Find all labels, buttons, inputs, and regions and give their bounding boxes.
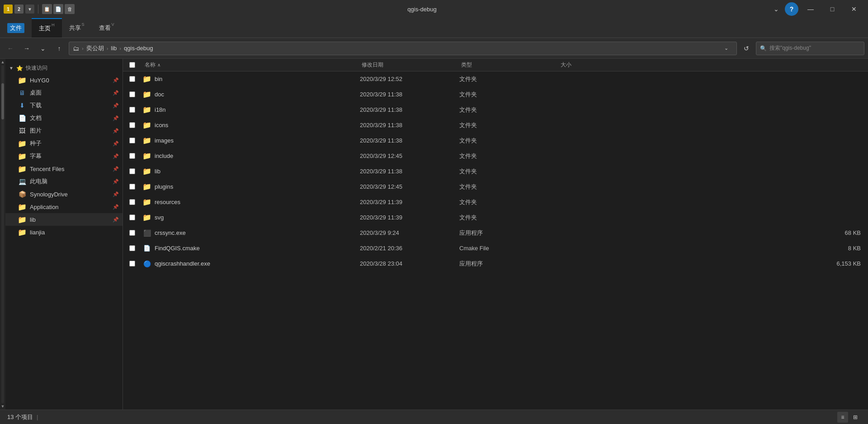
sidebar-item-pictures[interactable]: 🖼 图片 📌	[5, 124, 123, 137]
col-size-header[interactable]: 大小	[557, 59, 868, 71]
folder-icon: 📁	[142, 91, 151, 99]
row-checkbox[interactable]	[123, 245, 141, 251]
table-row[interactable]: 📁 bin 2020/3/29 12:52 文件夹	[123, 71, 868, 87]
sidebar-item-label: lianjia	[30, 229, 45, 236]
pin-icon: 📌	[113, 128, 119, 134]
col-date-header[interactable]: 修改日期	[358, 59, 458, 71]
file-icon: 📁	[143, 121, 151, 129]
file-name-cell: 📁 plugins	[141, 183, 358, 191]
file-size: 6,153 KB	[557, 260, 868, 267]
search-icon: 🔍	[760, 45, 767, 52]
file-name-cell: 📁 doc	[141, 91, 358, 99]
row-checkbox[interactable]	[123, 261, 141, 267]
row-checkbox[interactable]	[123, 153, 141, 159]
recent-button[interactable]: ⌄	[36, 42, 50, 55]
status-separator: |	[37, 414, 38, 420]
table-row[interactable]: 📁 svg 2020/3/29 11:39 文件夹	[123, 210, 868, 225]
row-checkbox[interactable]	[123, 138, 141, 143]
item-count: 13 个项目	[7, 413, 33, 421]
section-icon: ⭐	[16, 65, 23, 71]
sidebar-item-label: SynologyDrive	[30, 191, 68, 198]
table-row[interactable]: ⬛ crssync.exe 2020/3/29 9:24 应用程序 68 KB	[123, 225, 868, 241]
table-row[interactable]: 🔵 qgiscrashhandler.exe 2020/3/28 23:04 应…	[123, 256, 868, 272]
refresh-button[interactable]: ↺	[740, 42, 753, 55]
chevron-down-btn[interactable]: ⌄	[769, 2, 783, 16]
main-area: ▲ ▼ ▼ ⭐ 快速访问 📁 HuYG0 📌 🖥 桌面 📌	[0, 59, 868, 410]
up-button[interactable]: ↑	[52, 42, 66, 55]
tab-file[interactable]: 文件	[0, 18, 32, 38]
folder-icon: 📁	[142, 106, 151, 114]
row-checkbox[interactable]	[123, 107, 141, 113]
table-row[interactable]: 📁 include 2020/3/29 12:45 文件夹	[123, 148, 868, 164]
sidebar-item-application[interactable]: 📁 Application 📌	[5, 200, 123, 213]
file-icon: 📁	[143, 137, 151, 145]
sidebar-item-download[interactable]: ⬇ 下载 📌	[5, 99, 123, 112]
col-type-header[interactable]: 类型	[458, 59, 557, 71]
tab-home[interactable]: 主页 H	[32, 18, 62, 38]
pin-icon: 📌	[113, 217, 119, 223]
sidebar-item-seeds[interactable]: 📁 种子 📌	[5, 137, 123, 150]
help-btn[interactable]: ?	[785, 2, 798, 16]
file-type: 应用程序	[458, 229, 557, 237]
row-checkbox[interactable]	[123, 230, 141, 236]
close-button[interactable]: ✕	[844, 2, 864, 16]
back-button[interactable]: ←	[4, 42, 17, 55]
row-checkbox[interactable]	[123, 122, 141, 128]
sidebar-item-huyg0[interactable]: 📁 HuYG0 📌	[5, 74, 123, 86]
file-name: bin	[155, 76, 162, 82]
view-controls: ≡ ⊞	[837, 412, 861, 423]
tab-view[interactable]: 查看 V	[92, 18, 122, 38]
folder-icon: 📁	[142, 121, 151, 129]
file-name-cell: 📁 include	[141, 152, 358, 160]
table-row[interactable]: 📁 plugins 2020/3/29 12:45 文件夹	[123, 179, 868, 195]
sidebar-item-subtitles[interactable]: 📁 字幕 📌	[5, 150, 123, 162]
list-view-button[interactable]: ≡	[837, 412, 848, 423]
window-title: qgis-debug	[76, 6, 768, 13]
table-row[interactable]: 📁 resources 2020/3/29 11:39 文件夹	[123, 195, 868, 210]
sidebar-item-desktop[interactable]: 🖥 桌面 📌	[5, 86, 123, 99]
file-icon: ⬛	[143, 229, 151, 237]
folder-icon: 📁	[18, 203, 26, 211]
address-dropdown[interactable]: ⌄	[719, 42, 733, 55]
tab-share[interactable]: 共享 S	[62, 18, 92, 38]
search-bar[interactable]: 🔍 搜索"qgis-debug"	[756, 42, 864, 55]
breadcrumb-3[interactable]: qgis-debug	[124, 45, 153, 52]
sidebar-item-docs[interactable]: 📄 文档 📌	[5, 112, 123, 124]
table-row[interactable]: 📁 images 2020/3/29 11:38 文件夹	[123, 133, 868, 148]
pin-icon: 📌	[113, 204, 119, 210]
quick-access-btn[interactable]: ▼	[25, 5, 34, 14]
row-checkbox[interactable]	[123, 199, 141, 205]
col-check-header[interactable]	[123, 62, 141, 68]
col-name-header[interactable]: 名称 ∧	[141, 59, 358, 71]
file-type: 文件夹	[458, 121, 557, 129]
folder-icon: 📁	[18, 139, 26, 148]
grid-view-button[interactable]: ⊞	[850, 412, 861, 423]
table-row[interactable]: 📁 icons 2020/3/29 11:38 文件夹	[123, 118, 868, 133]
breadcrumb-1[interactable]: 奕公胡	[86, 44, 104, 52]
file-type: 文件夹	[458, 75, 557, 83]
table-row[interactable]: 📄 FindQGIS.cmake 2020/2/21 20:36 Cmake F…	[123, 241, 868, 256]
forward-button[interactable]: →	[20, 42, 33, 55]
breadcrumb-2[interactable]: lib	[111, 45, 117, 52]
select-all-checkbox[interactable]	[129, 62, 135, 68]
sidebar-item-thispc[interactable]: 💻 此电脑 📌	[5, 175, 123, 188]
file-icon: 📁	[143, 198, 151, 206]
address-bar[interactable]: 🗂 › 奕公胡 › lib › qgis-debug ⌄	[69, 42, 737, 55]
row-checkbox[interactable]	[123, 168, 141, 174]
minimize-button[interactable]: —	[800, 2, 821, 16]
table-row[interactable]: 📁 i18n 2020/3/29 11:38 文件夹	[123, 102, 868, 118]
sidebar-section-quick-access[interactable]: ▼ ⭐ 快速访问	[5, 62, 123, 74]
row-checkbox[interactable]	[123, 214, 141, 220]
table-row[interactable]: 📁 doc 2020/3/29 11:38 文件夹	[123, 87, 868, 102]
section-arrow-icon: ▼	[9, 66, 14, 71]
row-checkbox[interactable]	[123, 184, 141, 190]
row-checkbox[interactable]	[123, 91, 141, 97]
table-row[interactable]: 📁 lib 2020/3/29 11:38 文件夹	[123, 164, 868, 179]
sidebar-item-lib[interactable]: 📁 lib 📌	[5, 213, 123, 226]
sidebar-item-lianjia[interactable]: 📁 lianjia	[5, 226, 123, 238]
row-checkbox[interactable]	[123, 76, 141, 82]
maximize-button[interactable]: □	[822, 2, 843, 16]
title-bar: 1 2 ▼ 📋 📄 🗑 qgis-debug ⌄ ? — □ ✕	[0, 0, 868, 18]
sidebar-item-synology[interactable]: 📦 SynologyDrive 📌	[5, 188, 123, 200]
sidebar-item-tencent[interactable]: 📁 Tencent Files 📌	[5, 162, 123, 175]
